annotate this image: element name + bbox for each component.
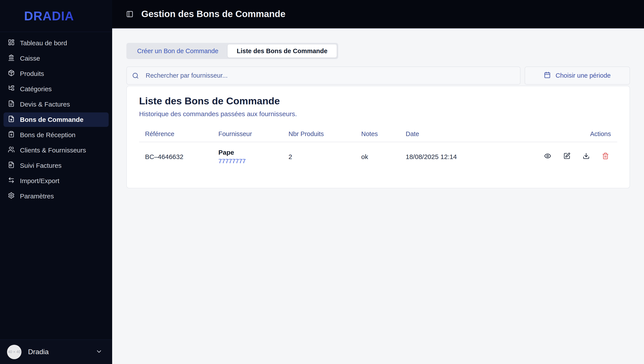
cell-nbr-produits: 2 — [289, 153, 361, 160]
clipboard-plus-icon — [8, 131, 15, 139]
cell-date: 18/08/2025 12:14 — [406, 153, 498, 160]
tab-creer-bon-de-commande[interactable]: Créer un Bon de Commande — [128, 44, 228, 58]
dashboard-icon — [8, 39, 15, 47]
user-name: Dradia — [28, 348, 49, 356]
tab-liste-bons-de-commande[interactable]: Liste des Bons de Commande — [228, 44, 337, 58]
sidebar-item-import-export[interactable]: Import/Export — [4, 174, 109, 188]
cell-reference: BC–4646632 — [139, 153, 219, 160]
tab-bar: Créer un Bon de Commande Liste des Bons … — [126, 43, 338, 59]
view-button[interactable] — [544, 152, 551, 161]
sidebar-item-devis-factures[interactable]: Devis & Factures — [4, 97, 109, 112]
eye-icon — [544, 152, 551, 161]
cell-actions — [498, 152, 617, 161]
cell-fournisseur: Pape 77777777 — [219, 149, 289, 165]
trash-icon — [602, 152, 609, 161]
sidebar-item-label: Tableau de bord — [20, 40, 67, 47]
sidebar-item-label: Paramètres — [20, 192, 54, 200]
main-area: Gestion des Bons de Commande Créer un Bo… — [112, 0, 644, 364]
sidebar-item-categories[interactable]: Catégories — [4, 82, 109, 96]
calendar-icon — [544, 72, 551, 80]
users-icon — [8, 146, 15, 154]
gear-icon — [8, 192, 15, 200]
orders-card: Liste des Bons de Commande Historique de… — [126, 86, 630, 188]
arrows-left-right-icon — [8, 177, 15, 185]
sidebar-item-label: Catégories — [20, 85, 52, 93]
column-header-actions: Actions — [498, 130, 617, 138]
download-button[interactable] — [583, 152, 590, 161]
sidebar-item-parametres[interactable]: Paramètres — [4, 189, 109, 204]
category-tree-icon — [8, 85, 15, 93]
sidebar-item-label: Produits — [20, 70, 44, 78]
avatar: 40 × 40 — [7, 345, 22, 359]
sidebar-item-suivi-factures[interactable]: Suivi Factures — [4, 158, 109, 173]
search-input[interactable] — [126, 66, 520, 85]
sidebar-item-produits[interactable]: Produits — [4, 66, 109, 81]
sidebar: DRADIA Tableau de bord Caisse Produits C… — [0, 0, 112, 364]
card-title: Liste des Bons de Commande — [139, 96, 617, 107]
column-header-notes: Notes — [361, 130, 406, 138]
table-row: BC–4646632 Pape 77777777 2 ok 18/08/2025… — [139, 142, 617, 171]
download-icon — [583, 152, 590, 161]
search-icon — [132, 72, 139, 79]
file-text-icon — [8, 100, 15, 108]
toolbar: Choisir une période — [126, 66, 630, 85]
file-plus-icon — [8, 116, 15, 124]
topbar: Gestion des Bons de Commande — [112, 0, 644, 28]
sidebar-item-label: Clients & Fournisseurs — [20, 146, 86, 154]
chevron-down-icon[interactable] — [96, 348, 103, 356]
sidebar-toggle-icon[interactable] — [126, 10, 133, 18]
fournisseur-phone-link[interactable]: 77777777 — [219, 158, 289, 165]
sidebar-item-label: Suivi Factures — [20, 162, 62, 169]
page-title: Gestion des Bons de Commande — [141, 9, 285, 19]
app-root: DRADIA Tableau de bord Caisse Produits C… — [0, 0, 644, 364]
brand-logo: DRADIA — [24, 9, 74, 23]
sidebar-item-label: Caisse — [20, 55, 40, 62]
sidebar-item-bons-de-reception[interactable]: Bons de Réception — [4, 128, 109, 142]
table-header-row: Référence Fournisseur Nbr Produits Notes… — [139, 126, 617, 142]
sidebar-item-label: Import/Export — [20, 177, 59, 184]
user-menu[interactable]: 40 × 40 Dradia — [0, 340, 112, 364]
sidebar-item-clients-fournisseurs[interactable]: Clients & Fournisseurs — [4, 143, 109, 158]
sidebar-item-tableau-de-bord[interactable]: Tableau de bord — [4, 36, 109, 50]
column-header-date: Date — [406, 130, 498, 138]
sidebar-item-caisse[interactable]: Caisse — [4, 51, 109, 66]
card-subtitle: Historique des commandes passées aux fou… — [139, 110, 617, 118]
file-heart-icon — [8, 162, 15, 170]
sidebar-item-label: Devis & Factures — [20, 100, 70, 108]
orders-table: Référence Fournisseur Nbr Produits Notes… — [139, 126, 617, 171]
sidebar-nav: Tableau de bord Caisse Produits Catégori… — [0, 32, 112, 340]
sidebar-item-label: Bons de Réception — [20, 131, 76, 139]
sidebar-item-label: Bons de Commande — [20, 116, 83, 124]
edit-pencil-icon — [563, 152, 570, 161]
content: Créer un Bon de Commande Liste des Bons … — [112, 28, 644, 364]
delete-button[interactable] — [602, 152, 609, 161]
fournisseur-name: Pape — [219, 149, 289, 156]
bank-icon — [8, 54, 15, 62]
sidebar-item-bons-de-commande[interactable]: Bons de Commande — [4, 112, 109, 127]
column-header-reference: Référence — [139, 130, 219, 138]
choose-period-label: Choisir une période — [555, 72, 610, 79]
sidebar-header: DRADIA — [0, 0, 112, 32]
choose-period-button[interactable]: Choisir une période — [525, 66, 630, 85]
cell-notes: ok — [361, 153, 406, 160]
search-box — [126, 66, 520, 85]
column-header-fournisseur: Fournisseur — [219, 130, 289, 138]
package-icon — [8, 70, 15, 78]
edit-button[interactable] — [563, 152, 570, 161]
column-header-nbr-produits: Nbr Produits — [289, 130, 361, 138]
